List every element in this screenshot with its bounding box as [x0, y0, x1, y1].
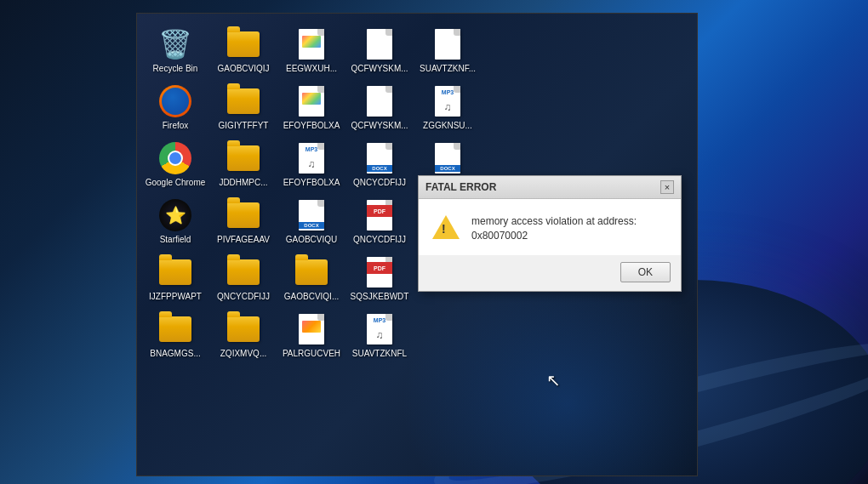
error-dialog: FATAL ERROR × memory access violation at… — [418, 175, 682, 292]
firefox-img — [158, 84, 192, 118]
img-file3-img — [294, 312, 328, 346]
folder5-img — [158, 255, 192, 289]
recycle-bin-icon[interactable]: 🗑️ Recycle Bin — [141, 22, 209, 79]
folder-gaobcviqij[interactable]: GAOBCVIQIJ — [209, 22, 277, 79]
mp3-file-img: MP3 ♫ — [431, 84, 465, 118]
folder6-label: QNCYCDFIJJ — [217, 292, 270, 302]
folder9-img — [226, 312, 260, 346]
folder-jddhmpc[interactable]: JDDHMPC... — [209, 136, 277, 193]
desktop: 🗑️ Recycle Bin GAOBCVIQIJ — [0, 0, 868, 484]
img-file2-label: EFOYFBOLXA — [283, 121, 340, 131]
file-efoyfbolxa-mp3[interactable]: MP3 ♫ EFOYFBOLXA — [277, 136, 345, 193]
starfield-label: Starfield — [160, 235, 191, 245]
folder7-label: GAOBCVIQI... — [284, 292, 339, 302]
file-qncycdfijj-docx[interactable]: DOCX QNCYCDFIJJ — [345, 136, 414, 193]
folder8-label: BNAGMGS... — [150, 349, 200, 359]
folder3-img — [226, 141, 260, 175]
blank-file-img — [363, 27, 397, 61]
mp3-file2-img: MP3 ♫ — [294, 141, 328, 175]
pdf-file-label: QNCYCDFIJJ — [353, 235, 406, 245]
file-qncycdfijj-pdf[interactable]: PDF QNCYCDFIJJ — [345, 193, 414, 250]
file-palrgucveh-img[interactable]: PALRGUCVEH — [277, 307, 345, 364]
error-dialog-footer: OK — [419, 255, 681, 291]
folder2-label: GIGIYTFFYT — [219, 121, 269, 131]
docx-file3-img: DOCX — [294, 198, 328, 232]
folder9-label: ZQIXMVQ... — [220, 349, 266, 359]
pdf-file2-label: SQSJKEBWDT — [351, 292, 409, 302]
folder4-label: PIVFAGEAAV — [217, 235, 270, 245]
folder6-img — [226, 255, 260, 289]
docx-file-img: DOCX — [363, 141, 397, 175]
folder-bnagmgs[interactable]: BNAGMGS... — [141, 307, 209, 364]
ok-button[interactable]: OK — [620, 262, 671, 282]
starfield-icon-desktop[interactable]: ⭐ Starfield — [141, 193, 209, 250]
folder-zqixmvq[interactable]: ZQIXMVQ... — [209, 307, 277, 364]
blank-file3-img — [363, 84, 397, 118]
file-gaobcviqu-docx[interactable]: DOCX GAOBCVIQU — [277, 193, 345, 250]
chrome-label: Google Chrome — [146, 178, 206, 188]
folder-label: GAOBCVIQIJ — [217, 64, 269, 74]
desktop-window: 🗑️ Recycle Bin GAOBCVIQIJ — [136, 13, 698, 476]
blank-file3-label: QCFWYSKM... — [351, 121, 408, 131]
folder-gigiytffyt[interactable]: GIGIYTFFYT — [209, 79, 277, 136]
pdf-file-img: PDF — [363, 198, 397, 232]
file-suavtzknf[interactable]: SUAVTZKNF... — [414, 22, 482, 79]
icon-row-6: BNAGMGS... ZQIXMVQ... PALRGU — [141, 307, 482, 364]
file-suavtzknfl-mp3[interactable]: MP3 ♫ SUAVTZKNFL — [345, 307, 414, 364]
file-efoyfbolxa-img[interactable]: EFOYFBOLXA — [277, 79, 345, 136]
folder2-img — [226, 84, 260, 118]
mp3-file3-label: SUAVTZKNFL — [352, 349, 407, 359]
img-file2-img — [294, 84, 328, 118]
file-sqsjkebwdt-pdf[interactable]: PDF SQSJKEBWDT — [345, 250, 414, 307]
folder3-label: JDDHMPC... — [219, 178, 267, 188]
mp3-file2-label: EFOYFBOLXA — [283, 178, 340, 188]
file-zggknsu-mp3[interactable]: MP3 ♫ ZGGKNSU... — [414, 79, 482, 136]
folder4-img — [226, 198, 260, 232]
firefox-label: Firefox — [163, 121, 189, 131]
image-file-label: EEGWXUH... — [286, 64, 337, 74]
error-dialog-title: FATAL ERROR — [425, 181, 496, 193]
folder-gaobcviqi[interactable]: GAOBCVIQI... — [277, 250, 345, 307]
error-message: memory access violation at address: 0x80… — [471, 214, 667, 243]
docx-file-label: QNCYCDFIJJ — [353, 178, 406, 188]
recycle-bin-img: 🗑️ — [158, 27, 192, 61]
folder7-img — [294, 255, 328, 289]
folder5-label: IJZFPPWAPT — [149, 292, 202, 302]
folder8-img — [158, 312, 192, 346]
firefox-icon-desktop[interactable]: Firefox — [141, 79, 209, 136]
icon-row-1: 🗑️ Recycle Bin GAOBCVIQIJ — [141, 22, 482, 79]
folder-pivfageaav[interactable]: PIVFAGEAAV — [209, 193, 277, 250]
file-eegwxuh[interactable]: EEGWXUH... — [277, 22, 345, 79]
image-file-img — [294, 27, 328, 61]
blank-file2-img — [431, 27, 465, 61]
folder-ijzfppwapt[interactable]: IJZFPPWAPT — [141, 250, 209, 307]
file-qcfwyskm1[interactable]: QCFWYSKM... — [345, 22, 414, 79]
chrome-icon-desktop[interactable]: Google Chrome — [141, 136, 209, 193]
file-qcfwyskm2[interactable]: QCFWYSKM... — [345, 79, 414, 136]
error-dialog-titlebar: FATAL ERROR × — [419, 176, 681, 199]
blank-file2-label: SUAVTZKNF... — [420, 64, 476, 74]
pdf-file2-img: PDF — [363, 255, 397, 289]
warning-triangle — [432, 215, 460, 239]
mouse-cursor: ↖ — [546, 370, 561, 390]
mp3-file3-img: MP3 ♫ — [363, 312, 397, 346]
mp3-file-label: ZGGKNSU... — [423, 121, 472, 131]
chrome-img — [158, 141, 192, 175]
warning-icon — [432, 215, 460, 242]
recycle-bin-label: Recycle Bin — [153, 64, 198, 74]
blank-file-label: QCFWYSKM... — [351, 64, 408, 74]
img-file3-label: PALRGUCVEH — [283, 349, 340, 359]
error-dialog-close-button[interactable]: × — [660, 180, 674, 194]
icon-row-2: Firefox GIGIYTFFYT EFOYFBOLX — [141, 79, 482, 136]
docx-file3-label: GAOBCVIQU — [286, 235, 338, 245]
folder-qncycdfijj[interactable]: QNCYCDFIJJ — [209, 250, 277, 307]
docx-file2-img: DOCX — [431, 141, 465, 175]
folder-img — [226, 27, 260, 61]
error-dialog-body: memory access violation at address: 0x80… — [419, 199, 681, 255]
starfield-img: ⭐ — [158, 198, 192, 232]
